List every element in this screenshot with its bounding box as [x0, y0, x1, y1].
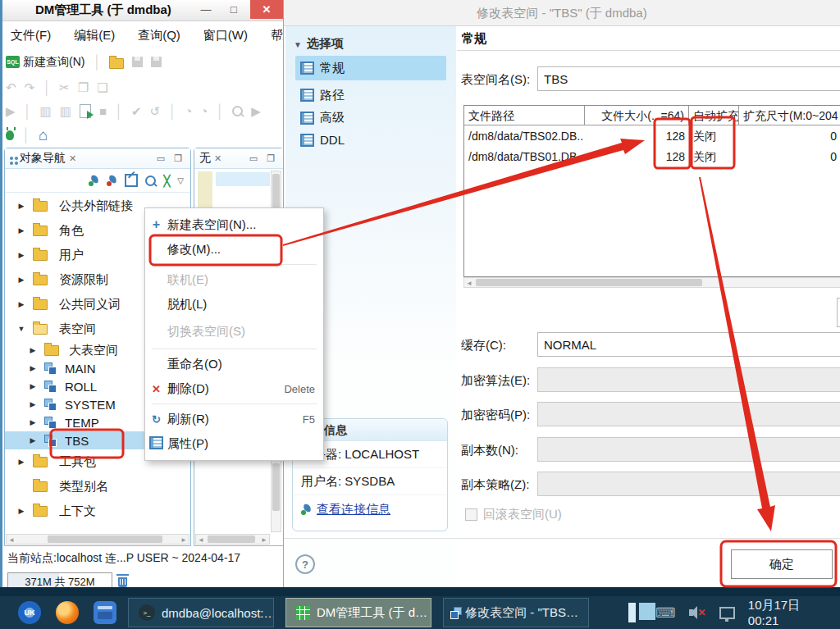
menu-item-offline[interactable]: 脱机(L) — [145, 292, 323, 317]
cell-path[interactable]: /dm8/data/TBS01.DB.. — [464, 147, 585, 167]
panel-controls[interactable]: ▭ ❒ — [249, 153, 278, 164]
taskbar-button-modify-dialog[interactable]: 修改表空间 - "TBS… — [443, 598, 589, 627]
menu-file[interactable]: 文件(F) — [11, 28, 51, 43]
launcher-files-icon[interactable] — [94, 601, 116, 624]
expand-icon[interactable]: ▶ — [16, 202, 26, 210]
expand-icon[interactable]: ▶ — [16, 458, 26, 466]
menu-help[interactable]: 帮助(H — [271, 28, 283, 43]
step-over-icon[interactable]: ▥ — [60, 104, 71, 119]
stop-icon[interactable]: ■ — [99, 104, 107, 118]
table-side-button[interactable] — [837, 298, 840, 327]
save-icon[interactable] — [132, 57, 143, 67]
goto-icon[interactable]: ▶ — [251, 104, 261, 119]
scrollbar-thumb[interactable] — [272, 174, 280, 210]
tree-item-context[interactable]: ▶上下文 — [5, 499, 190, 523]
tab-close-icon[interactable]: ✕ — [214, 153, 221, 164]
redo-icon[interactable]: ↷ — [25, 80, 35, 95]
table-hscrollbar[interactable]: ◄ — [463, 277, 840, 288]
section-collapse-icon[interactable]: ▼ — [294, 40, 302, 49]
taskbar-button-terminal[interactable]: >_ dmdba@localhost:… — [128, 598, 274, 627]
close-button[interactable]: ✕ — [250, 0, 283, 19]
find-icon[interactable] — [232, 106, 243, 116]
new-query-button[interactable]: SQL 新建查询(N) — [6, 55, 84, 70]
tablespace-name-field[interactable]: TBS — [537, 66, 840, 91]
expand-icon[interactable]: ▶ — [28, 382, 38, 390]
collapse-all-icon[interactable]: ╳ — [163, 175, 170, 187]
step-into-icon[interactable]: ▥ — [40, 104, 52, 119]
empty-panel-hscrollbar[interactable]: ◄ ► — [195, 534, 270, 545]
object-nav-tab[interactable]: 对象导航 ✕ ▭ ❒ — [5, 148, 190, 169]
taskbar-button-dm-tool[interactable]: DM管理工具 (于 d… — [285, 598, 431, 627]
keyboard-tray-icon[interactable]: ⌨ — [655, 604, 676, 622]
col-header-path[interactable]: 文件路径 — [464, 106, 585, 125]
taskbar-clock[interactable]: 10月17日 00:21 — [748, 598, 830, 627]
garbage-collect-icon[interactable] — [118, 577, 127, 587]
history-icon[interactable]: ◔ — [200, 104, 208, 118]
minimize-button[interactable]: — — [193, 0, 219, 19]
menu-item-delete[interactable]: ✕删除(D)Delete — [145, 376, 323, 401]
expand-icon[interactable]: ▶ — [16, 276, 26, 284]
connect-icon[interactable] — [89, 175, 99, 186]
search-icon[interactable] — [145, 175, 156, 186]
debug-icon[interactable] — [6, 130, 14, 140]
scroll-right-icon[interactable]: ► — [180, 536, 187, 544]
cut-icon[interactable]: ✂ — [59, 80, 70, 95]
scrollbar-thumb[interactable] — [272, 463, 280, 511]
expand-icon[interactable]: ▶ — [28, 400, 38, 408]
menu-edit[interactable]: 编辑(E) — [74, 28, 115, 43]
window-preview-widget[interactable] — [628, 603, 655, 622]
collapse-icon[interactable]: ▼ — [16, 325, 26, 333]
col-header-size[interactable]: 文件大小(...=64) — [585, 106, 689, 125]
menu-window[interactable]: 窗口(W) — [203, 28, 248, 43]
cell-extendsize[interactable]: 0 — [739, 147, 840, 167]
expand-icon[interactable]: ▶ — [16, 251, 26, 259]
empty-panel-tab[interactable]: 无 ✕ ▭ ❒ — [194, 148, 283, 169]
col-header-autoextend[interactable]: 自动扩充 — [689, 106, 739, 125]
open-file-icon[interactable] — [109, 58, 124, 69]
menu-query[interactable]: 查询(Q) — [138, 28, 180, 43]
edit-connection-icon[interactable] — [125, 174, 138, 187]
menu-item-refresh[interactable]: ↻刷新(R)F5 — [145, 407, 323, 431]
cell-extendsize[interactable]: 0 — [739, 126, 840, 147]
scroll-left-icon[interactable]: ◄ — [8, 536, 15, 544]
expand-icon[interactable]: ▶ — [16, 226, 26, 235]
nav-item-advanced[interactable]: 高级 — [295, 107, 446, 129]
nav-item-general[interactable]: 常规 — [295, 56, 446, 80]
cell-autoextend[interactable]: 关闭 — [689, 126, 739, 147]
help-icon[interactable]: ? — [295, 554, 315, 574]
cell-size[interactable]: 128 — [585, 126, 689, 147]
scroll-left-icon[interactable]: ◄ — [198, 536, 204, 544]
launcher-ukui-icon[interactable]: UK — [18, 601, 41, 624]
cache-field[interactable]: NORMAL — [537, 332, 840, 357]
run-script-icon[interactable] — [80, 104, 91, 118]
menu-item-properties[interactable]: 属性(P) — [145, 431, 323, 456]
cell-autoextend[interactable]: 关闭 — [689, 147, 739, 167]
expand-icon[interactable]: ▶ — [28, 418, 38, 426]
view-menu-icon[interactable]: ▽ — [177, 176, 184, 185]
expand-icon[interactable]: ▶ — [16, 300, 26, 308]
tree-item-type-alias[interactable]: 类型别名 — [5, 474, 190, 499]
ok-button[interactable]: 确定 — [731, 549, 833, 579]
menu-item-rename[interactable]: 重命名(O) — [145, 352, 323, 376]
menu-item-new-tablespace[interactable]: +新建表空间(N)... — [145, 212, 323, 237]
nav-item-ddl[interactable]: DDL — [295, 129, 446, 151]
schedule-icon[interactable]: ◔ — [185, 104, 192, 118]
nav-item-path[interactable]: 路径 — [295, 84, 446, 107]
home-icon[interactable]: ⌂ — [39, 126, 48, 144]
volume-muted-icon[interactable]: ✕ — [689, 606, 706, 619]
col-header-extendsize[interactable]: 扩充尺寸(M:0~204 — [739, 106, 840, 125]
save-all-icon[interactable] — [151, 57, 162, 67]
cell-size[interactable]: 128 — [585, 147, 689, 167]
view-connection-link[interactable]: 查看连接信息 — [317, 502, 390, 517]
commit-icon[interactable]: ✔ — [131, 104, 142, 119]
launcher-firefox-icon[interactable] — [56, 601, 79, 624]
scrollbar-thumb[interactable] — [48, 536, 162, 543]
run-icon[interactable]: ▶ — [6, 104, 16, 119]
expand-icon[interactable]: ▶ — [28, 364, 38, 372]
paste-icon[interactable]: ❏ — [97, 80, 107, 95]
expand-icon[interactable]: ▶ — [16, 507, 26, 515]
menu-item-modify[interactable]: 修改(M)... — [145, 237, 323, 262]
scroll-right-icon[interactable]: ► — [261, 536, 267, 544]
scroll-left-icon[interactable]: ◄ — [466, 280, 472, 287]
disconnect-icon[interactable] — [107, 175, 117, 186]
